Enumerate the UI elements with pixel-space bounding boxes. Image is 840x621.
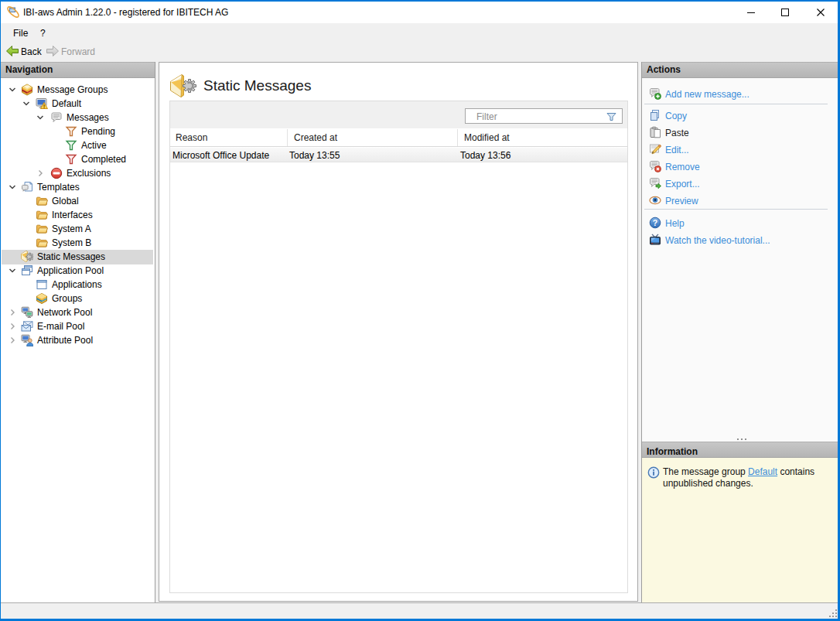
svg-text:?: ? (653, 218, 657, 227)
